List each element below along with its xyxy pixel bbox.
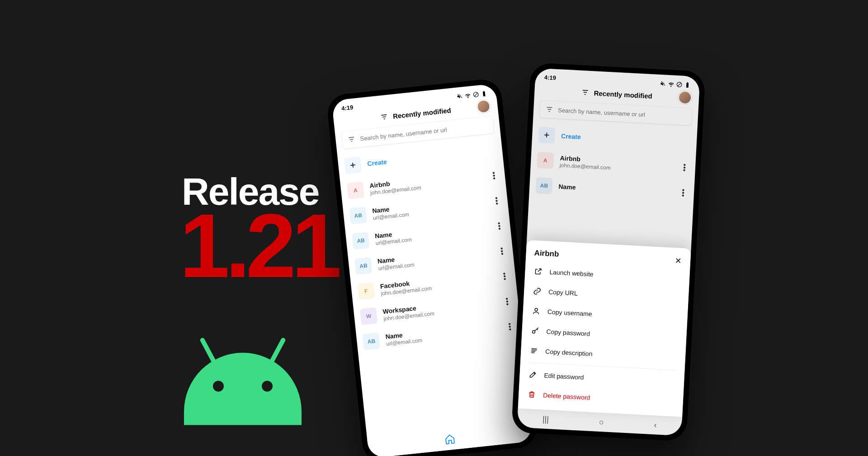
close-icon[interactable] [674,256,683,265]
no-signal-icon [472,91,479,98]
more-icon[interactable]: ••• [505,322,515,332]
more-icon[interactable]: ••• [492,196,502,206]
item-badge: AB [363,332,381,350]
password-list: + Create A Airbnb john.doe@email.com •••… [337,137,522,356]
more-icon[interactable]: ••• [679,188,688,197]
copy-user-label: Copy username [547,308,592,317]
text-icon [530,346,538,355]
item-badge: AB [536,177,553,194]
item-badge: F [357,282,375,300]
filter-icon [545,105,554,113]
phone-mock-right: 4:19 Recently modified + [511,62,706,441]
sheet-title: Airbnb [534,248,559,259]
item-badge: AB [349,207,368,225]
wifi-icon [464,91,471,98]
status-time: 4:19 [544,74,557,81]
delete-label: Delete password [543,391,590,401]
status-time: 4:19 [341,103,354,112]
battery-icon [684,81,691,88]
mute-icon [660,80,666,87]
trash-icon [528,390,536,399]
more-icon[interactable]: ••• [489,171,499,181]
copy-pass-label: Copy password [546,328,590,337]
home-button[interactable]: ○ [599,417,604,427]
status-icons [456,90,487,99]
release-version: 1.21 [179,200,337,291]
user-icon [532,306,540,315]
item-badge: W [360,307,378,325]
copy-desc-label: Copy description [545,348,593,357]
copy-url-label: Copy URL [548,288,578,296]
action-sheet: Airbnb Launch website Copy URL Copy user… [518,240,691,417]
more-icon[interactable]: ••• [494,221,504,231]
phone-mock-left: 4:19 Recently modified + [326,77,539,456]
status-icons [660,80,691,88]
battery-icon [481,90,487,97]
launch-icon [534,267,542,275]
sort-icon[interactable] [380,112,389,121]
plus-icon: + [344,156,362,174]
avatar[interactable] [678,90,692,105]
android-logo [184,334,302,425]
plus-icon: + [538,127,555,144]
create-link-label: Create [367,158,387,167]
no-signal-icon [676,81,683,88]
wifi-icon [668,80,675,87]
header-title: Recently modified [594,89,652,99]
item-badge: A [347,181,365,199]
link-icon [533,287,542,295]
item-badge: AB [354,257,373,275]
more-icon[interactable]: ••• [679,163,689,172]
edit-icon [528,370,537,379]
mute-icon [456,92,463,99]
create-link-label: Create [561,132,581,140]
more-icon[interactable]: ••• [500,271,509,281]
item-title: Name [558,183,672,196]
sort-icon[interactable] [581,88,590,96]
launch-label: Launch website [549,268,594,277]
key-icon [531,326,539,335]
bottom-nav [367,419,533,456]
home-icon[interactable] [444,433,456,445]
more-icon[interactable]: ••• [502,296,512,306]
recents-button[interactable]: ||| [542,414,549,424]
avatar[interactable] [476,99,491,114]
edit-label: Edit password [544,371,584,381]
item-badge: AB [352,231,370,249]
more-icon[interactable]: ••• [497,246,507,256]
header-title: Recently modified [392,106,451,119]
back-button[interactable]: ‹ [654,420,657,429]
svg-point-2 [535,308,538,311]
filter-icon [347,135,356,144]
password-list: + Create A Airbnb john.doe@email.com •••… [529,122,697,206]
item-badge: A [537,151,554,169]
search-input[interactable] [558,106,686,120]
